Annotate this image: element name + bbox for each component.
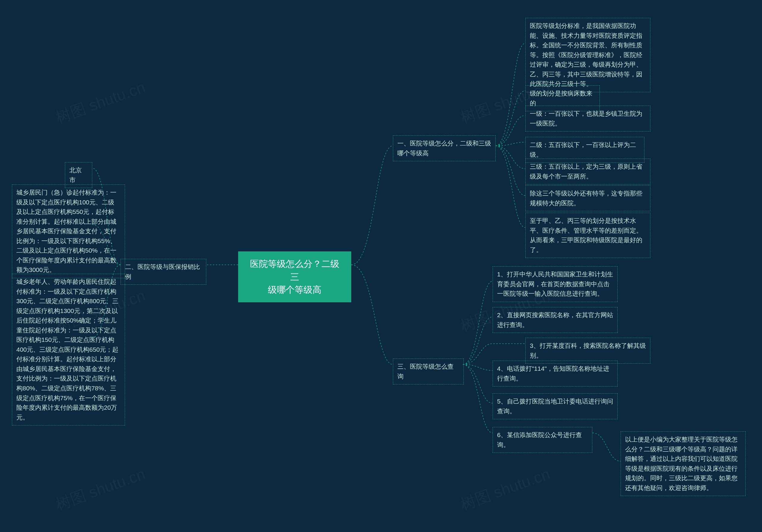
- section1-item-0: 医院等级划分标准，是我国依据医院功能、设施、技术力量等对医院资质评定指标。全国统…: [525, 18, 650, 92]
- watermark: 树图 shutu.cn: [53, 464, 148, 515]
- section3-footer: 以上便是小编为大家整理关于医院等级怎么分？二级和三级哪个等级高？问题的详细解答，…: [621, 432, 746, 496]
- section2-item-0: 城乡居民门（急）诊起付标准为：一级及以下定点医疗机构100元、二级及以上定点医疗…: [12, 184, 125, 278]
- section2-item-1: 城乡老年人、劳动年龄内居民住院起付标准为：一级及以下定点医疗机构300元、二级定…: [12, 274, 125, 426]
- section1-item-5: 除这三个等级以外还有特等，这专指那些规模特大的医院。: [525, 185, 650, 211]
- root-line2: 级哪个等级高: [268, 285, 322, 295]
- section3-item-0: 1、打开中华人民共和国国家卫生和计划生育委员会官网，在首页的数据查询中点击一医院…: [493, 266, 618, 302]
- root-node: 医院等级怎么分？二级三 级哪个等级高: [238, 251, 351, 302]
- section1-title: 一、医院等级怎么分，二级和三级 哪个等级高: [393, 135, 495, 161]
- section2-title: 二、医院等级与医保报销比例: [120, 259, 206, 285]
- section1-title-l2: 哪个等级高: [397, 150, 429, 157]
- section3-item-1: 2、直接网页搜索医院名称，在其官方网站进行查询。: [493, 307, 618, 333]
- section3-item-3: 4、电话拨打"114"，告知医院名称地址进行查询。: [493, 361, 618, 386]
- root-line1: 医院等级怎么分？二级三: [250, 259, 339, 282]
- section1-item-2: 一级：一百张以下，也就是乡镇卫生院为一级医院。: [525, 105, 650, 132]
- section3-item-4: 5、自己拨打医院当地卫计委电话进行询问查询。: [493, 393, 618, 419]
- section1-item-6: 至于甲、乙、丙三等的划分是按技术水平、医疗条件、管理水平等的差别而定。从而看来，…: [525, 213, 650, 258]
- watermark: 树图 shutu.cn: [458, 464, 553, 515]
- section1-title-l1: 一、医院等级怎么分，二级和三级: [397, 140, 491, 147]
- section3-title: 三、医院等级怎么查询: [393, 359, 464, 384]
- section1-item-4: 三级：五百张以上，定为三级，原则上省级及每个市一至两所。: [525, 159, 650, 184]
- section3-item-2: 3、打开某度百科，搜索医院名称了解其级别。: [525, 338, 650, 364]
- watermark: 树图 shutu.cn: [53, 77, 148, 129]
- section3-item-5: 6、某信添加医院公众号进行查询。: [493, 427, 592, 453]
